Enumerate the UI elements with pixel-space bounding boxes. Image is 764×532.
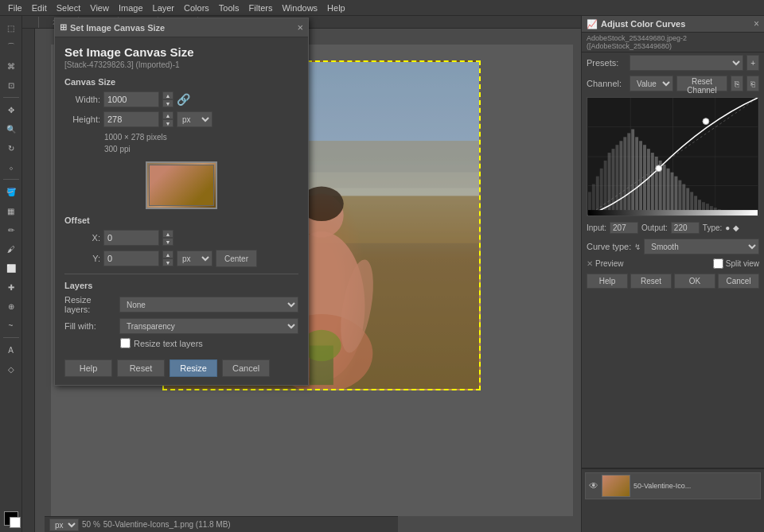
x-down-arrow[interactable]: ▼: [162, 238, 173, 246]
tool-pencil[interactable]: ✏: [2, 221, 20, 239]
curves-close-button[interactable]: ×: [754, 18, 759, 29]
tool-eraser[interactable]: ⬜: [2, 259, 20, 277]
layer-visibility-icon[interactable]: 👁: [589, 480, 598, 491]
channel-select[interactable]: Value: [630, 76, 673, 91]
svg-rect-41: [663, 165, 666, 216]
menu-select[interactable]: Select: [52, 0, 86, 16]
svg-rect-31: [623, 137, 626, 216]
reset-channel-button[interactable]: Reset Channel: [676, 76, 727, 91]
dialog-buttons: Help Reset Resize Cancel: [64, 355, 298, 377]
channel-row: Channel: Value Reset Channel ⎘ ⎗: [582, 73, 764, 94]
menu-filters[interactable]: Filters: [244, 0, 278, 16]
fill-with-label: Fill with:: [64, 321, 116, 331]
size-unit-select[interactable]: px: [177, 111, 212, 127]
unit-select[interactable]: px: [49, 518, 79, 531]
presets-select[interactable]: [630, 55, 743, 71]
channel-paste-button[interactable]: ⎗: [746, 76, 759, 91]
tool-lasso[interactable]: ⌒: [2, 38, 20, 56]
svg-rect-34: [635, 137, 638, 216]
tool-zoom[interactable]: 🔍: [2, 120, 20, 138]
resize-text-label: Resize text layers: [134, 339, 203, 348]
tool-fuzzy-select[interactable]: ⌘: [2, 57, 20, 75]
menu-image[interactable]: Image: [114, 0, 148, 16]
curves-reset-button[interactable]: Reset: [630, 274, 672, 289]
x-label: X:: [64, 233, 100, 243]
menu-tools[interactable]: Tools: [214, 0, 244, 16]
svg-point-63: [656, 165, 662, 172]
output-label: Output:: [641, 223, 668, 232]
output-value[interactable]: [671, 222, 700, 234]
help-button[interactable]: Help: [64, 359, 112, 377]
x-up-arrow[interactable]: ▲: [162, 230, 173, 238]
curve-type-row: Curve type: ↯ Smooth: [582, 236, 764, 257]
curves-help-button[interactable]: Help: [587, 274, 628, 289]
preview-area: [64, 161, 298, 209]
height-label: Height:: [64, 115, 100, 124]
width-input[interactable]: [103, 91, 159, 107]
reset-button[interactable]: Reset: [117, 359, 165, 377]
presets-add-button[interactable]: +: [746, 55, 759, 71]
y-up-arrow[interactable]: ▲: [162, 250, 173, 258]
fill-with-select[interactable]: Transparency: [119, 318, 298, 334]
x-input[interactable]: [103, 230, 159, 246]
tool-crop[interactable]: ⊡: [2, 76, 20, 94]
menu-layer[interactable]: Layer: [148, 0, 180, 16]
tool-gradient[interactable]: ▦: [2, 202, 20, 219]
layer-item[interactable]: 👁 50-Valentine-Ico...: [585, 472, 761, 499]
tool-path[interactable]: ◇: [2, 360, 20, 378]
foreground-color[interactable]: [4, 511, 18, 526]
curves-cancel-button[interactable]: Cancel: [718, 274, 759, 289]
dialog-subheading: [Stack-47329826.3] (Imported)-1: [64, 60, 298, 69]
menu-edit[interactable]: Edit: [27, 0, 52, 16]
center-button[interactable]: Center: [216, 250, 257, 267]
fill-with-row: Fill with: Transparency: [64, 318, 298, 334]
height-up-arrow[interactable]: ▲: [162, 111, 173, 119]
resize-button[interactable]: Resize: [170, 359, 217, 377]
menu-file[interactable]: File: [3, 0, 27, 16]
zoom-level: 50 %: [82, 520, 100, 529]
input-value[interactable]: [610, 222, 638, 234]
tool-paintbucket[interactable]: 🪣: [2, 183, 20, 200]
toolbar-divider-3: [3, 337, 19, 338]
dialog-close-button[interactable]: ×: [297, 21, 303, 33]
ruler-vertical: [22, 29, 35, 532]
bottom-controls: px 50 % 50-Valentine-Icons_1.png (11.8 M…: [49, 518, 231, 531]
tool-smudge[interactable]: ~: [2, 316, 20, 334]
toolbar-divider-1: [3, 97, 19, 98]
dialog-title-bar: ⊞ Set Image Canvas Size ×: [55, 18, 308, 37]
tool-select[interactable]: ⬚: [2, 19, 20, 37]
tool-move[interactable]: ✥: [2, 101, 20, 118]
menu-colors[interactable]: Colors: [179, 0, 214, 16]
offset-unit-select[interactable]: px: [177, 250, 212, 266]
height-input[interactable]: [103, 111, 159, 127]
menu-help[interactable]: Help: [322, 0, 350, 16]
resize-layers-select[interactable]: None: [119, 297, 298, 313]
cancel-button[interactable]: Cancel: [222, 359, 270, 377]
menu-view[interactable]: View: [85, 0, 114, 16]
height-down-arrow[interactable]: ▼: [162, 119, 173, 127]
curve-type-select[interactable]: Smooth: [644, 239, 759, 254]
tool-clone[interactable]: ⊕: [2, 297, 20, 315]
tool-brush[interactable]: 🖌: [2, 240, 20, 258]
curves-ok-button[interactable]: OK: [674, 274, 715, 289]
channel-copy-button[interactable]: ⎘: [731, 76, 743, 91]
split-view-checkbox[interactable]: [713, 258, 723, 269]
tool-text[interactable]: A: [2, 341, 20, 359]
svg-point-64: [703, 118, 709, 125]
tool-perspective[interactable]: ⬦: [2, 158, 20, 176]
svg-rect-28: [612, 149, 615, 216]
io-row: Input: Output: Type: ● ◆: [582, 219, 764, 236]
curves-panel: 📈 Adjust Color Curves × AdobeStock_25344…: [582, 16, 764, 468]
canvas-size-label: Canvas Size: [64, 77, 298, 87]
resize-text-checkbox[interactable]: [120, 338, 131, 348]
dialog-heading: Set Image Canvas Size: [64, 45, 298, 59]
tool-rotate[interactable]: ↻: [2, 139, 20, 157]
y-down-arrow[interactable]: ▼: [162, 258, 173, 266]
width-arrows: ▲ ▼: [162, 91, 173, 107]
menu-windows[interactable]: Windows: [277, 0, 322, 16]
background-color[interactable]: [10, 517, 21, 528]
width-up-arrow[interactable]: ▲: [162, 91, 173, 99]
y-input[interactable]: [103, 250, 159, 266]
width-down-arrow[interactable]: ▼: [162, 99, 173, 107]
tool-healing[interactable]: ✚: [2, 278, 20, 296]
